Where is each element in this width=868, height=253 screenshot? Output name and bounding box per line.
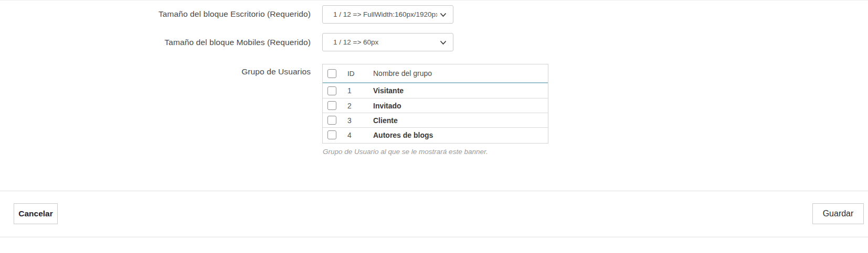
table-row: 2 Invitado — [323, 98, 548, 113]
row-checkbox[interactable] — [327, 116, 336, 125]
mobile-block-size-label: Tamaño del bloque Mobiles (Requerido) — [0, 38, 311, 47]
table-header-row: ID Nombre del grupo — [323, 64, 548, 83]
cancel-button[interactable]: Cancelar — [14, 203, 58, 224]
select-all-checkbox[interactable] — [327, 69, 336, 78]
user-groups-label: Grupo de Usuarios — [0, 67, 311, 76]
chevron-down-icon — [440, 40, 447, 45]
table-row: 1 Visitante — [323, 83, 548, 98]
user-groups-help-text: Grupo de Usuario al que se le mostrará e… — [323, 148, 488, 156]
table-row: 4 Autores de blogs — [323, 127, 548, 142]
group-id: 3 — [347, 116, 373, 125]
footer-bottom-divider — [0, 237, 868, 237]
save-button[interactable]: Guardar — [812, 203, 864, 224]
group-name: Visitante — [373, 86, 548, 95]
desktop-block-size-value: 1 / 12 => FullWidth:160px/1920px | — [333, 10, 437, 18]
group-name: Autores de blogs — [373, 131, 548, 139]
chevron-down-icon — [440, 13, 447, 17]
row-checkbox[interactable] — [327, 86, 336, 95]
desktop-block-size-select[interactable]: 1 / 12 => FullWidth:160px/1920px | — [322, 5, 453, 24]
row-checkbox[interactable] — [327, 101, 336, 110]
group-name: Cliente — [373, 116, 548, 125]
row-checkbox[interactable] — [327, 130, 336, 139]
user-groups-table: ID Nombre del grupo 1 Visitante 2 Invita… — [322, 64, 548, 144]
desktop-block-size-label: Tamaño del bloque Escritorio (Requerido) — [0, 9, 311, 19]
table-row: 3 Cliente — [323, 113, 548, 127]
mobile-block-size-value: 1 / 12 => 60px — [333, 38, 378, 46]
group-id: 2 — [347, 102, 373, 110]
footer-top-divider — [0, 191, 868, 191]
column-header-id: ID — [347, 70, 373, 78]
group-id: 4 — [347, 131, 373, 139]
mobile-block-size-select[interactable]: 1 / 12 => 60px — [322, 33, 453, 51]
group-name: Invitado — [373, 102, 548, 110]
top-divider — [0, 0, 868, 1]
column-header-name: Nombre del grupo — [373, 69, 548, 78]
group-id: 1 — [347, 86, 373, 95]
